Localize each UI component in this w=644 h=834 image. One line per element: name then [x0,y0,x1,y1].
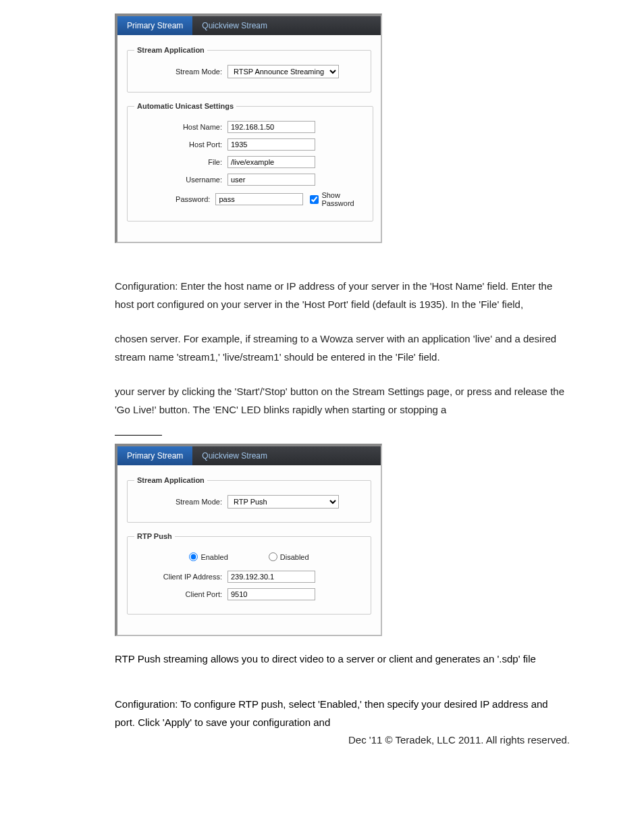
host-port-label: Host Port: [134,140,227,149]
client-port-label: Client Port: [134,590,227,598]
rtp-enabled-radio[interactable] [189,552,198,561]
rtsp-config-panel: Primary Stream Quickview Stream Stream A… [115,14,382,243]
tab-quickview-stream[interactable]: Quickview Stream [192,446,277,465]
tab-quickview-stream[interactable]: Quickview Stream [192,16,277,35]
stream-mode-label: Stream Mode: [134,68,227,76]
footer-copyright: Dec '11 © Teradek, LLC 2011. All rights … [115,734,570,746]
paragraph: Configuration: To configure RTP push, se… [115,695,570,731]
stream-app-legend: Stream Application [134,46,207,54]
tab-bar: Primary Stream Quickview Stream [117,446,381,465]
client-ip-input[interactable] [227,571,315,583]
stream-application-fieldset: Stream Application Stream Mode: RTSP Ann… [127,46,371,93]
username-label: Username: [134,176,227,184]
paragraph: chosen server. For example, if streaming… [115,330,570,366]
password-label: Password: [134,195,215,203]
panel-body: Stream Application Stream Mode: RTSP Ann… [117,35,381,242]
file-label: File: [134,158,227,166]
client-ip-label: Client IP Address: [134,573,227,581]
unicast-legend: Automatic Unicast Settings [134,102,236,110]
host-name-input[interactable] [227,121,315,133]
rtp-enabled-option[interactable]: Enabled [189,552,227,561]
section-divider [115,435,162,436]
rtp-disabled-radio[interactable] [269,552,277,561]
show-password-label: Show Password [321,191,366,207]
stream-mode-select[interactable]: RTP Push [227,495,339,509]
paragraph: RTP Push streaming allows you to direct … [115,650,570,668]
stream-app-legend: Stream Application [134,476,207,484]
show-password-checkbox[interactable] [310,195,319,204]
rtp-push-fieldset: RTP Push Enabled Disabled Client IP Addr… [127,532,371,615]
tab-primary-stream[interactable]: Primary Stream [117,446,192,465]
host-port-input[interactable] [227,138,315,151]
client-port-input[interactable] [227,588,315,600]
password-input[interactable] [215,193,303,205]
rtsp-description-text: Configuration: Enter the host name or IP… [115,277,570,419]
rtp-disabled-label: Disabled [280,553,309,561]
tab-primary-stream[interactable]: Primary Stream [117,16,192,35]
unicast-settings-fieldset: Automatic Unicast Settings Host Name: Ho… [127,102,373,221]
rtp-push-legend: RTP Push [134,532,175,540]
panel-body: Stream Application Stream Mode: RTP Push… [117,465,381,635]
stream-application-fieldset: Stream Application Stream Mode: RTP Push [127,476,371,523]
rtp-push-panel: Primary Stream Quickview Stream Stream A… [115,444,382,636]
file-input[interactable] [227,156,315,168]
stream-mode-label: Stream Mode: [134,498,227,506]
paragraph: your server by clicking the 'Start'/'Sto… [115,382,570,419]
tab-bar: Primary Stream Quickview Stream [117,16,381,35]
username-input[interactable] [227,174,315,186]
host-name-label: Host Name: [134,123,227,131]
show-password-wrapper[interactable]: Show Password [310,191,366,207]
rtp-enabled-label: Enabled [200,553,227,561]
paragraph: Configuration: Enter the host name or IP… [115,277,570,313]
stream-mode-select[interactable]: RTSP Announce Streaming [227,65,339,78]
rtp-disabled-option[interactable]: Disabled [269,552,309,561]
